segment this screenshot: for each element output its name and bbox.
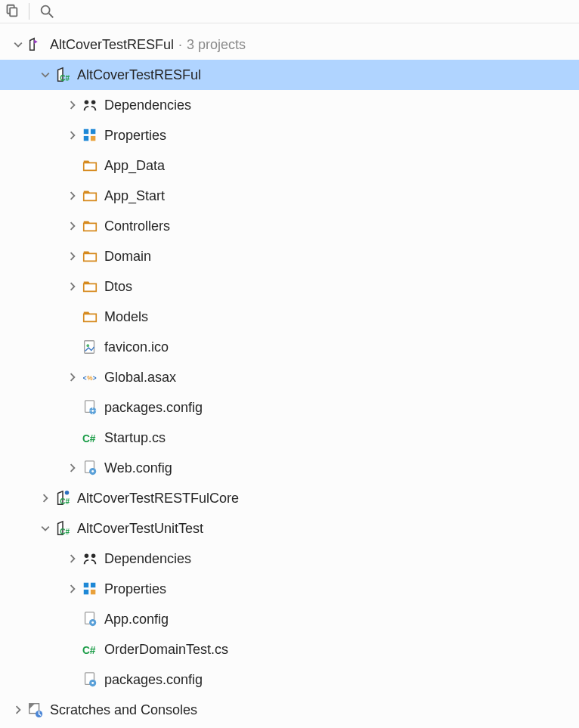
properties-icon — [82, 127, 98, 144]
tree-item[interactable]: favicon.ico — [0, 332, 579, 362]
svg-text:<: < — [83, 375, 87, 382]
copy-reference-icon[interactable] — [3, 3, 20, 20]
tree-item-label: Controllers — [104, 218, 170, 234]
tree-item[interactable]: packages.config — [0, 664, 579, 695]
tree-item[interactable]: C# Startup.cs — [0, 423, 579, 453]
csharp-project-icon: C# — [54, 520, 71, 537]
svg-text:C#: C# — [60, 74, 70, 82]
svg-rect-33 — [84, 583, 88, 587]
svg-point-13 — [86, 344, 89, 347]
tree-item[interactable]: Domain — [0, 241, 579, 271]
tree-item[interactable]: App.config — [0, 604, 579, 634]
svg-text:C#: C# — [82, 433, 96, 445]
chevron-right-icon[interactable] — [36, 494, 54, 503]
svg-point-31 — [85, 554, 89, 559]
svg-point-39 — [91, 621, 94, 624]
scratches-node[interactable]: Scratches and Consoles — [0, 695, 579, 725]
chevron-right-icon[interactable] — [63, 191, 82, 200]
chevron-right-icon[interactable] — [63, 221, 82, 231]
chevron-down-icon[interactable] — [9, 40, 27, 49]
tree-item[interactable]: Models — [0, 302, 579, 332]
tree-item-label: Dependencies — [104, 98, 191, 113]
project-name: AltCoverTestRESFul — [77, 67, 201, 83]
project-name: AltCoverTestRESTFulCore — [77, 491, 239, 507]
tree-item-label: Web.config — [104, 460, 172, 476]
tree-item-label: packages.config — [104, 400, 203, 416]
tree-item[interactable]: Properties — [0, 574, 579, 604]
project-node[interactable]: C# AltCoverTestRESTFulCore — [0, 483, 579, 513]
svg-point-32 — [91, 554, 96, 559]
folder-icon — [82, 218, 98, 234]
chevron-right-icon[interactable] — [63, 282, 82, 291]
config-file-icon — [82, 611, 98, 627]
tree-item[interactable]: <%> Global.asax — [0, 362, 579, 392]
folder-icon — [82, 308, 98, 325]
chevron-right-icon[interactable] — [63, 101, 82, 110]
svg-text:C#: C# — [82, 645, 96, 656]
tree-item-label: packages.config — [104, 672, 203, 688]
config-file-icon — [82, 399, 98, 416]
svg-point-6 — [85, 101, 89, 105]
project-node[interactable]: C# AltCoverTestUnitTest — [0, 513, 579, 544]
tree-item[interactable]: Controllers — [0, 211, 579, 241]
tree-item-label: Properties — [104, 128, 166, 144]
config-file-icon — [82, 460, 98, 476]
folder-icon — [82, 187, 98, 204]
tree-item[interactable]: App_Data — [0, 150, 579, 181]
tree-item[interactable]: packages.config — [0, 392, 579, 423]
dot-separator: · — [178, 37, 182, 53]
chevron-right-icon[interactable] — [63, 584, 82, 593]
tree-item[interactable]: App_Start — [0, 181, 579, 211]
solution-node[interactable]: AltCoverTestRESFul · 3 projects — [0, 29, 579, 60]
csharp-project-icon: C# — [54, 490, 71, 507]
svg-point-27 — [91, 470, 94, 472]
cs-file-icon: C# — [82, 429, 98, 446]
chevron-right-icon[interactable] — [63, 463, 82, 472]
tree-item-label: Startup.cs — [104, 430, 166, 446]
image-file-icon — [82, 339, 98, 355]
chevron-right-icon[interactable] — [9, 705, 27, 714]
tree-item-label: favicon.ico — [104, 339, 169, 355]
chevron-right-icon[interactable] — [63, 554, 82, 563]
chevron-down-icon[interactable] — [36, 70, 54, 79]
svg-text:C#: C# — [60, 497, 70, 506]
svg-text:C#: C# — [60, 528, 70, 536]
scratches-icon — [27, 702, 44, 718]
svg-point-7 — [91, 101, 96, 105]
tree-item[interactable]: Web.config — [0, 453, 579, 483]
cs-file-icon: C# — [82, 641, 98, 658]
svg-rect-8 — [84, 129, 88, 134]
tree-item-label: App_Start — [104, 188, 165, 204]
config-file-icon — [82, 671, 98, 688]
tree-item[interactable]: C# OrderDomainTest.cs — [0, 634, 579, 664]
chevron-down-icon[interactable] — [36, 524, 54, 533]
project-node[interactable]: C# AltCoverTestRESFul — [0, 60, 579, 90]
tree-item[interactable]: Dtos — [0, 271, 579, 302]
solution-explorer-tree: AltCoverTestRESFul · 3 projects C# AltCo… — [0, 23, 579, 725]
tree-item-label: Models — [104, 309, 148, 325]
svg-point-2 — [42, 6, 50, 14]
scratches-label: Scratches and Consoles — [50, 702, 197, 718]
search-icon[interactable] — [39, 3, 55, 20]
chevron-right-icon[interactable] — [63, 131, 82, 140]
tree-item-label: OrderDomainTest.cs — [104, 642, 228, 658]
dependencies-icon — [82, 97, 98, 113]
tree-item[interactable]: Properties — [0, 120, 579, 150]
project-name: AltCoverTestUnitTest — [77, 521, 203, 537]
chevron-right-icon[interactable] — [63, 373, 82, 382]
svg-rect-35 — [84, 590, 88, 594]
svg-rect-11 — [91, 136, 95, 141]
svg-rect-9 — [91, 129, 95, 134]
asax-file-icon: <%> — [82, 369, 98, 386]
properties-icon — [82, 581, 98, 597]
tree-item[interactable]: Dependencies — [0, 90, 579, 120]
svg-line-3 — [49, 14, 54, 18]
svg-point-43 — [91, 682, 94, 684]
svg-point-19 — [91, 410, 94, 412]
solution-icon — [27, 36, 44, 53]
tree-item[interactable]: Dependencies — [0, 544, 579, 574]
toolbar — [0, 0, 579, 23]
svg-marker-4 — [34, 40, 38, 45]
chevron-right-icon[interactable] — [63, 252, 82, 261]
dependencies-icon — [82, 550, 98, 567]
